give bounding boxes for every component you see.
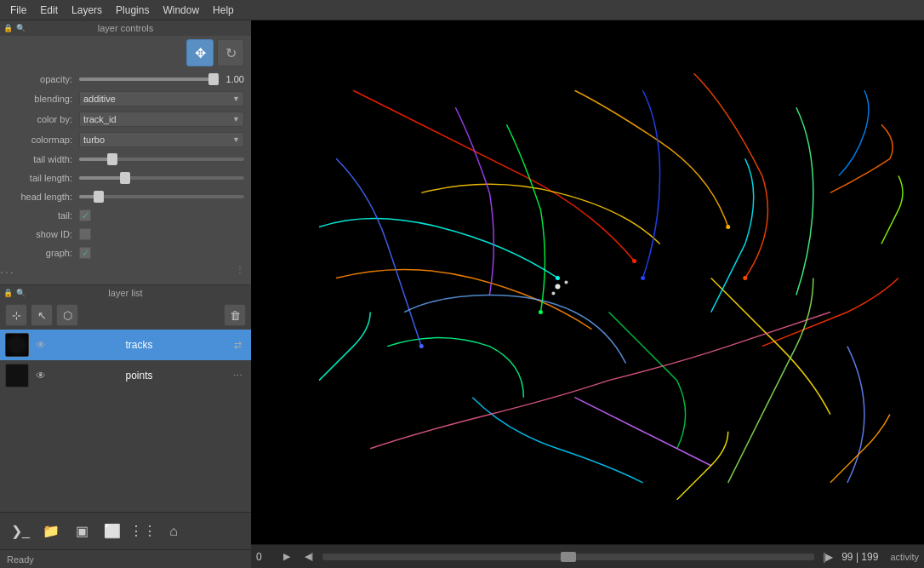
graph-checkbox[interactable] [79,247,91,259]
timeline-scrubber[interactable] [322,554,814,560]
color-by-value: track_id [83,114,117,124]
tail-length-row: tail length: [0,169,251,187]
svg-point-10 [641,276,645,280]
points-visibility-toggle[interactable]: 👁 [32,367,49,384]
blending-row: blending: additive ▼ [0,89,251,109]
head-length-label: head length: [7,192,79,202]
play-button[interactable]: ▶ [278,548,295,565]
menu-edit[interactable]: Edit [33,3,65,18]
menu-plugins[interactable]: Plugins [109,3,156,18]
opacity-slider[interactable] [79,77,214,81]
folder-button[interactable]: 📁 [37,518,65,545]
svg-point-6 [726,225,730,229]
layer-item-tracks[interactable]: 👁 tracks ⇄ [0,330,251,360]
new-points-button[interactable]: ⊹ [5,304,27,326]
layer-controls-title: layer controls [98,23,153,33]
layer-item-points[interactable]: 👁 points ⋯ [0,360,251,391]
new-shapes-button[interactable]: ↖ [31,304,53,326]
color-by-arrow: ▼ [232,115,240,123]
step-back-button[interactable]: ◀| [300,548,317,565]
move-tool-button[interactable]: ✥ [186,39,214,66]
canvas-area: 0 ▶ ◀| |▶ 99 | 199 activity [251,20,924,568]
svg-point-2 [564,280,568,284]
controls-dots-separator: ··· ⋮ [0,262,251,281]
layer-list-title: layer list [108,288,142,298]
grid-button[interactable]: ⋮⋮ [129,518,157,545]
menu-window[interactable]: Window [156,3,206,18]
color-by-label: color by: [7,114,79,124]
tail-label: tail: [7,210,79,221]
svg-point-5 [743,276,747,280]
cube-button[interactable]: ▣ [68,518,95,545]
start-frame: 0 [256,551,273,563]
tail-row: tail: [0,206,251,225]
left-panel: 🔒 🔍 layer controls ✥ ↻ opacity: 1.00 [0,20,251,568]
colormap-label: colormap: [7,135,79,145]
points-thumbnail [5,364,29,387]
menu-bar: File Edit Layers Plugins Window Help [0,0,924,20]
timeline-handle[interactable] [561,552,576,562]
points-layer-icon: ⋯ [229,367,246,384]
rotate-tool-button[interactable]: ↻ [217,39,244,66]
menu-help[interactable]: Help [206,3,241,18]
color-by-row: color by: track_id ▼ [0,109,251,129]
new-polygon-button[interactable]: ⬡ [56,304,78,326]
colormap-arrow: ▼ [232,135,240,144]
opacity-label: opacity: [7,74,79,84]
layer-controls-toolbar: ✥ ↻ [0,36,251,70]
opacity-value: 1.00 [219,74,244,84]
head-length-slider[interactable] [79,195,244,198]
blending-dropdown-arrow: ▼ [232,95,240,103]
layer-list-section: 🔒 🔍 layer list ⊹ ↖ ⬡ 🗑 👁 tracks ⇄ [0,285,251,512]
colormap-row: colormap: turbo ▼ [0,129,251,150]
show-id-checkbox[interactable] [79,228,91,240]
tail-width-label: tail width: [7,154,79,164]
delete-layer-button[interactable]: 🗑 [224,304,246,326]
colormap-value: turbo [83,135,105,145]
tail-checkbox[interactable] [79,209,91,221]
points-layer-name: points [53,370,225,382]
svg-point-3 [551,292,555,295]
blending-value: additive [83,94,116,104]
svg-point-9 [419,344,424,348]
svg-point-8 [556,276,560,280]
tracks-layer-name: tracks [53,339,225,351]
head-length-row: head length: [0,187,251,206]
svg-point-4 [632,259,636,263]
menu-layers[interactable]: Layers [65,3,109,18]
current-frame-display: 99 | 199 [841,551,878,563]
show-id-row: show ID: [0,225,251,244]
tracks-layer-icon: ⇄ [229,336,246,353]
tracks-visibility-toggle[interactable]: 👁 [32,336,49,353]
tail-width-slider[interactable] [79,158,244,161]
color-by-dropdown[interactable]: track_id ▼ [79,112,244,127]
go-to-end-button[interactable]: |▶ [819,548,836,565]
main-area: 🔒 🔍 layer controls ✥ ↻ opacity: 1.00 [0,20,924,568]
activity-label: activity [890,552,919,562]
blending-dropdown[interactable]: additive ▼ [79,91,244,106]
tail-width-row: tail width: [0,150,251,169]
layer-list-header: 🔒 🔍 layer list [0,285,251,301]
layer-list-toolbar: ⊹ ↖ ⬡ 🗑 [0,301,251,330]
menu-file[interactable]: File [3,3,33,18]
home-button[interactable]: ⌂ [160,518,187,545]
layers-button[interactable]: ⬜ [99,518,126,545]
svg-rect-0 [251,22,924,542]
colormap-dropdown[interactable]: turbo ▼ [79,132,244,147]
bottom-toolbar: ❯_ 📁 ▣ ⬜ ⋮⋮ ⌂ [0,512,251,549]
layer-controls-section: 🔒 🔍 layer controls ✥ ↻ opacity: 1.00 [0,20,251,285]
tail-length-label: tail length: [7,173,79,183]
show-id-label: show ID: [7,229,79,239]
opacity-row: opacity: 1.00 [0,70,251,89]
tail-length-slider[interactable] [79,176,244,180]
graph-row: graph: [0,244,251,262]
status-text: Ready [7,554,34,565]
graph-label: graph: [7,248,79,258]
timeline-bar: 0 ▶ ◀| |▶ 99 | 199 activity [251,544,924,568]
status-bar: Ready [0,549,251,568]
tracks-visualization [251,20,924,544]
svg-point-7 [539,310,543,314]
layer-controls-header: 🔒 🔍 layer controls [0,20,251,36]
canvas-viewport[interactable] [251,20,924,544]
terminal-button[interactable]: ❯_ [7,518,34,545]
